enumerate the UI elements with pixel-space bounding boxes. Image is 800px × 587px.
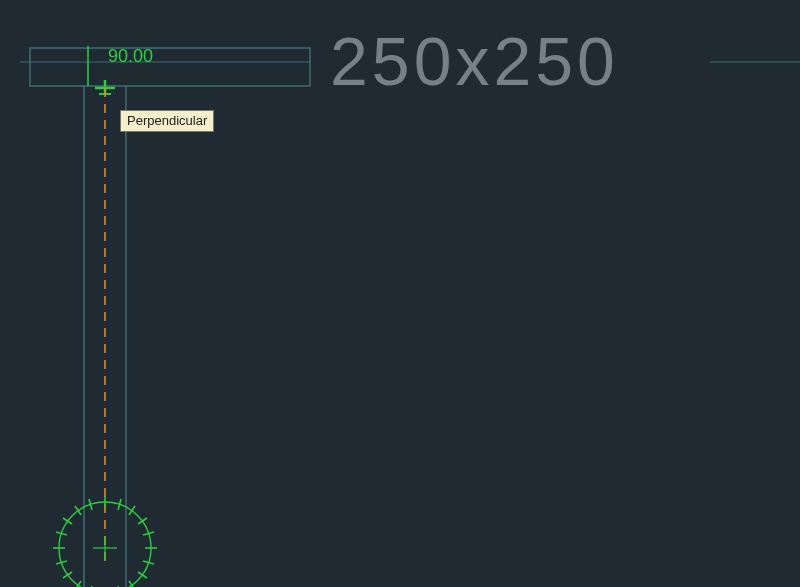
cad-drawing-canvas[interactable]: 250x250 90.00 Perpendicular xyxy=(0,0,800,587)
dimension-text: 250x250 xyxy=(330,22,619,100)
svg-line-7 xyxy=(138,518,147,524)
svg-line-6 xyxy=(129,506,135,515)
svg-line-11 xyxy=(138,572,147,578)
polar-angle-readout: 90.00 xyxy=(108,46,153,67)
osnap-tooltip: Perpendicular xyxy=(120,110,214,132)
svg-line-17 xyxy=(63,572,72,578)
beam-outline xyxy=(30,48,310,86)
svg-line-21 xyxy=(63,518,72,524)
svg-line-22 xyxy=(75,506,81,515)
